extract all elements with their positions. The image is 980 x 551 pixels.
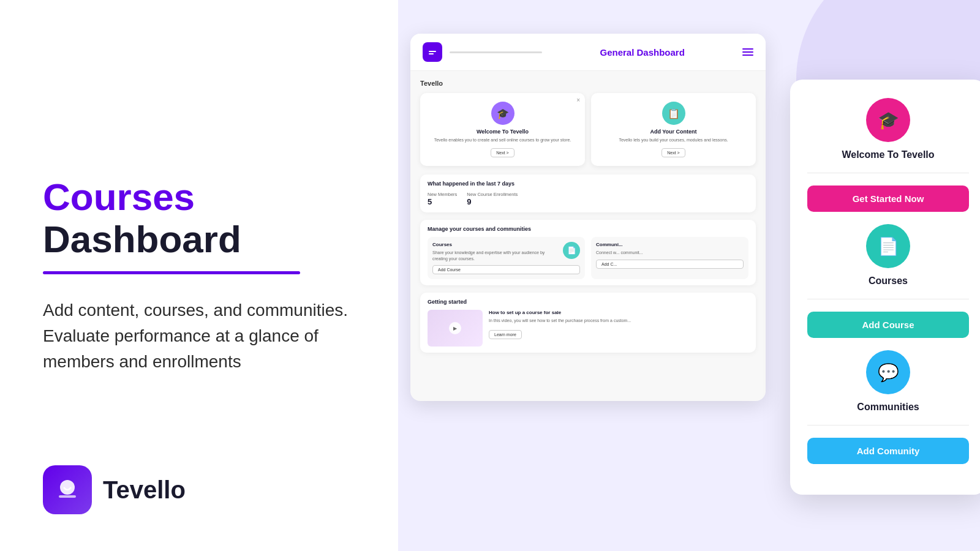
mockup-body: Tevello × 🎓 Welcome To Tevello Tevello e… xyxy=(410,71,766,361)
brand-icon xyxy=(43,465,92,514)
headline-courses: Courses xyxy=(43,176,195,218)
headline-dashboard: Dashboard xyxy=(43,218,241,260)
feature-card: 🎓 Welcome To Tevello Get Started Now 📄 C… xyxy=(790,80,980,495)
add-community-button[interactable]: Add Comunity xyxy=(807,438,969,464)
manage-section: Manage your courses and communities Cour… xyxy=(420,220,756,286)
courses-manage-icon: 📄 xyxy=(563,242,580,259)
manage-title: Manage your courses and communities xyxy=(428,226,748,232)
svg-rect-4 xyxy=(429,53,434,54)
communities-card-name: Communi... xyxy=(596,242,744,247)
mockup-onboarding-cards: × 🎓 Welcome To Tevello Tevello enables y… xyxy=(420,93,756,166)
play-button-icon[interactable]: ▶ xyxy=(449,322,461,334)
mockup-logo xyxy=(423,42,442,62)
add-content-title: Add Your Content xyxy=(598,129,748,135)
headline: Courses Dashboard xyxy=(43,176,355,260)
learn-more-btn[interactable]: Learn more xyxy=(489,330,522,339)
courses-card-inner: Courses Share your knowledge and experti… xyxy=(432,242,580,262)
add-content-card: 📋 Add Your Content Tevello lets you buil… xyxy=(591,93,756,166)
new-members-stat: New Members 5 xyxy=(428,192,457,206)
content-icon: 📋 xyxy=(662,102,685,125)
add-course-mockup-btn[interactable]: Add Course xyxy=(432,265,580,274)
mockup-logo-line xyxy=(450,51,542,53)
stats-section: What happened in the last 7 days New Mem… xyxy=(420,174,756,212)
manage-cards: Courses Share your knowledge and experti… xyxy=(428,237,748,280)
video-description: In this video, you will see how to set t… xyxy=(489,318,748,324)
courses-section-title: Courses xyxy=(807,276,969,287)
description-text: Add content, courses, and communities. E… xyxy=(43,298,355,375)
add-community-mockup-btn[interactable]: Add C... xyxy=(596,260,744,269)
mockup-menu-icon[interactable] xyxy=(742,48,753,56)
communities-card-inner: Communi... Connect w... communit... xyxy=(596,242,744,256)
getting-started-title: Getting started xyxy=(428,299,748,305)
stats-row: New Members 5 New Course Enrollments 9 xyxy=(428,192,748,206)
welcome-card-title: Welcome To Tevello xyxy=(428,129,578,135)
getting-started-row: ▶ How to set up a course for sale In thi… xyxy=(428,310,748,347)
add-content-next-btn[interactable]: Next > xyxy=(662,148,685,157)
svg-rect-3 xyxy=(429,51,436,52)
left-panel: Courses Dashboard Add content, courses, … xyxy=(0,0,398,551)
welcome-section: 🎓 Welcome To Tevello xyxy=(807,98,969,160)
welcome-card-text: Tevello enables you to create and sell o… xyxy=(428,137,578,143)
mockup-header: General Dashboard xyxy=(410,34,766,71)
welcome-section-icon: 🎓 xyxy=(866,98,910,142)
communities-section-title: Communities xyxy=(807,402,969,413)
video-thumbnail[interactable]: ▶ xyxy=(428,310,483,347)
welcome-section-title: Welcome To Tevello xyxy=(807,149,969,160)
new-members-value: 5 xyxy=(428,197,457,206)
communities-section-icon: 💬 xyxy=(866,350,910,394)
mockup-brand-label: Tevello xyxy=(420,80,756,87)
new-members-label: New Members xyxy=(428,192,457,197)
communities-section: 💬 Communities xyxy=(807,350,969,413)
enrollments-label: New Course Enrollments xyxy=(467,192,518,197)
svg-point-0 xyxy=(60,480,75,495)
getting-started-section: Getting started ▶ How to set up a course… xyxy=(420,293,756,353)
welcome-icon: 🎓 xyxy=(491,102,514,125)
stats-title: What happened in the last 7 days xyxy=(428,181,748,187)
communities-card-text: Connect w... communit... xyxy=(596,250,744,256)
underline-decoration xyxy=(43,271,300,274)
welcome-next-btn[interactable]: Next > xyxy=(491,148,514,157)
dashboard-mockup: General Dashboard Tevello × 🎓 Welcome To… xyxy=(410,34,766,401)
close-icon[interactable]: × xyxy=(576,97,580,103)
courses-manage-card: Courses Share your knowledge and experti… xyxy=(428,237,585,280)
courses-card-name: Courses xyxy=(432,242,559,247)
right-panel: General Dashboard Tevello × 🎓 Welcome To… xyxy=(398,0,980,551)
video-heading: How to set up a course for sale xyxy=(489,310,748,315)
divider-1 xyxy=(807,173,969,173)
courses-section-icon: 📄 xyxy=(866,224,910,268)
courses-card-text: Share your knowledge and expertise with … xyxy=(432,250,559,262)
enrollments-stat: New Course Enrollments 9 xyxy=(467,192,518,206)
courses-section: 📄 Courses xyxy=(807,224,969,287)
add-content-text: Tevello lets you build your courses, mod… xyxy=(598,137,748,143)
svg-rect-1 xyxy=(59,495,76,498)
divider-3 xyxy=(807,425,969,425)
mockup-title: General Dashboard xyxy=(549,47,735,58)
brand-section: Tevello xyxy=(43,465,186,514)
communities-manage-card: Communi... Connect w... communit... Add … xyxy=(591,237,748,280)
add-course-button[interactable]: Add Course xyxy=(807,312,969,338)
getting-started-content: How to set up a course for sale In this … xyxy=(489,310,748,339)
divider-2 xyxy=(807,299,969,299)
welcome-card: × 🎓 Welcome To Tevello Tevello enables y… xyxy=(420,93,585,166)
get-started-button[interactable]: Get Started Now xyxy=(807,186,969,212)
enrollments-value: 9 xyxy=(467,197,518,206)
brand-name: Tevello xyxy=(103,476,186,504)
